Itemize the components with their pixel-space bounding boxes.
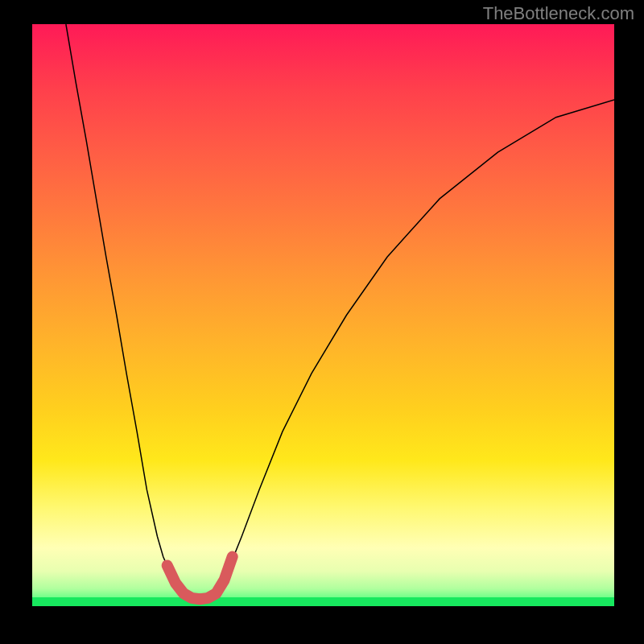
left-branch-curve: [66, 24, 199, 600]
plot-area: [32, 24, 614, 606]
right-branch-curve: [199, 100, 614, 600]
curve-svg: [32, 24, 614, 606]
highlight-curve: [167, 557, 233, 600]
chart-stage: TheBottleneck.com: [0, 0, 644, 644]
watermark-text: TheBottleneck.com: [483, 3, 634, 24]
